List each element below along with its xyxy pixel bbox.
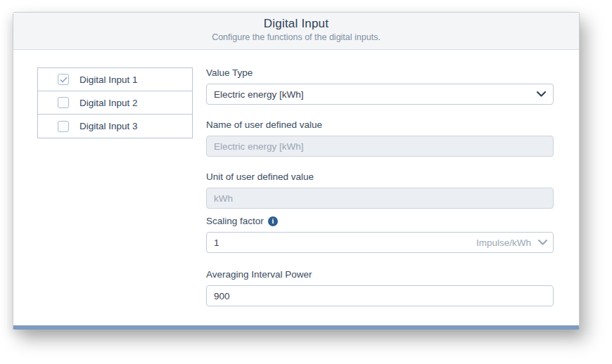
chevron-down-icon [537, 91, 546, 97]
settings-form: Value Type Electric energy [kWh] Name of… [206, 67, 554, 321]
value-type-group: Value Type Electric energy [kWh] [206, 67, 554, 105]
unit-field-label: Unit of user defined value [206, 171, 554, 182]
card-header: Digital Input Configure the functions of… [13, 13, 579, 50]
chevron-down-icon [538, 240, 547, 245]
digital-input-list: Digital Input 1 Digital Input 2 Digital … [37, 67, 193, 138]
averaging-interval-group: Averaging Interval Power [206, 269, 554, 306]
checkbox-digital-input-3[interactable] [58, 121, 69, 132]
scaling-factor-label-text: Scaling factor [206, 216, 264, 226]
page-title: Digital Input [13, 17, 579, 31]
scaling-factor-unit: Impulse/kWh [476, 238, 531, 248]
averaging-interval-label: Averaging Interval Power [206, 269, 554, 280]
averaging-interval-input[interactable] [206, 285, 554, 306]
list-item-label: Digital Input 3 [79, 121, 138, 131]
unit-field-input [206, 188, 554, 209]
value-type-select[interactable]: Electric energy [kWh] [206, 84, 554, 105]
list-item-label: Digital Input 2 [79, 98, 138, 108]
list-item-digital-input-1[interactable]: Digital Input 1 [38, 68, 192, 91]
check-icon [60, 77, 68, 83]
scaling-factor-group: Scaling factor i Impulse/kWh [206, 216, 554, 253]
name-field-label: Name of user defined value [206, 119, 554, 130]
checkbox-digital-input-1[interactable] [58, 74, 69, 85]
page-subtitle: Configure the functions of the digital i… [13, 32, 579, 42]
scaling-factor-label: Scaling factor i [206, 216, 554, 226]
list-item-label: Digital Input 1 [79, 74, 138, 85]
digital-input-card: Digital Input Configure the functions of… [13, 12, 580, 330]
name-field-input [206, 136, 554, 157]
card-body: Digital Input 1 Digital Input 2 Digital … [13, 50, 579, 321]
info-icon[interactable]: i [268, 216, 278, 226]
list-item-digital-input-3[interactable]: Digital Input 3 [38, 115, 192, 138]
value-type-label: Value Type [206, 67, 554, 78]
list-item-digital-input-2[interactable]: Digital Input 2 [38, 91, 192, 115]
name-field-group: Name of user defined value [206, 119, 554, 157]
scaling-factor-combo: Impulse/kWh [206, 232, 554, 253]
checkbox-digital-input-2[interactable] [58, 97, 69, 108]
scaling-factor-input[interactable] [214, 233, 476, 252]
value-type-selected-option: Electric energy [kWh] [214, 89, 304, 100]
unit-field-group: Unit of user defined value [206, 171, 554, 209]
